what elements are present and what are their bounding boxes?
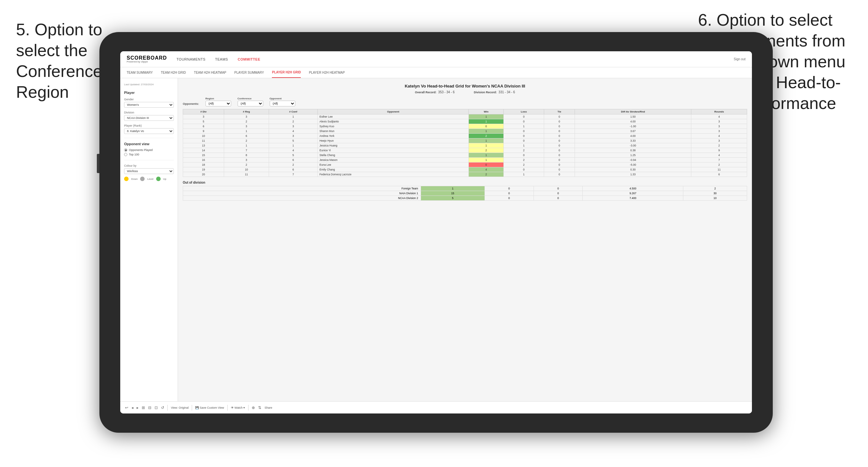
sub-nav-team-h2h-heatmap[interactable]: TEAM H2H HEATMAP (194, 67, 226, 78)
cell-reg: 7 (224, 148, 269, 153)
sidebar: Last Updated: 27/03/2024 Player Gender W… (120, 78, 178, 413)
cell-reg: 3 (224, 158, 269, 162)
colour-up-label: Up (163, 178, 166, 181)
table-row: 10 6 3 Andrea York 2 0 0 4.00 4 (183, 134, 747, 138)
table-row: 18 2 2 Euna Lee 0 2 0 -5.00 2 (183, 162, 747, 167)
table-row: 14 7 4 Eunice Yi 2 2 0 0.38 9 (183, 148, 747, 153)
gender-select[interactable]: Women's (124, 102, 174, 108)
forward-icon[interactable]: ▸ (136, 405, 138, 410)
cell-loss: 0 (504, 167, 544, 172)
grid-title-row: Katelyn Vo Head-to-Head Grid for Women's… (183, 83, 747, 89)
sub-nav-player-h2h-grid[interactable]: PLAYER H2H GRID (272, 67, 301, 78)
cell-tie: 0 (544, 153, 575, 158)
sub-nav-team-summary[interactable]: TEAM SUMMARY (127, 67, 153, 78)
cell-opponent: Sharon Mun (318, 129, 469, 134)
cell-diff: -5.00 (575, 162, 691, 167)
player-rank-select[interactable]: 8. Katelyn Vo (124, 128, 174, 134)
cell-tie: 0 (544, 138, 575, 143)
table-row: 15 8 5 Stella Cheng 1 0 0 1.25 4 (183, 153, 747, 158)
cell-conf: 6 (269, 167, 318, 172)
division-select[interactable]: NCAA Division III (124, 115, 174, 121)
cell-opponent: Sydney Kuo (318, 124, 469, 129)
cell-rounds: 11 (691, 167, 747, 172)
cell-rounds: 2 (691, 162, 747, 167)
table-row: 16 3 6 Jessica Mason 1 2 0 -0.94 7 (183, 158, 747, 162)
out-win: 5 (421, 196, 485, 200)
out-loss: 0 (485, 186, 533, 191)
cell-div: 5 (183, 119, 224, 124)
nav-teams[interactable]: TEAMS (215, 57, 228, 61)
cell-diff: -3.00 (575, 143, 691, 148)
share-btn[interactable]: Share (265, 406, 272, 409)
cell-opponent: Andrea York (318, 134, 469, 138)
region-filter-select[interactable]: (All) (206, 101, 231, 106)
radio-top100[interactable]: Top 100 (124, 153, 174, 156)
save-custom-view-btn[interactable]: 💾 Save Custom View (195, 406, 224, 409)
opponent-view-title: Opponent view (124, 142, 174, 146)
tablet-screen: SCOREBOARD Powered by clippd TOURNAMENTS… (120, 51, 752, 413)
overall-record-value: 353 - 34 - 6 (438, 90, 455, 94)
opponent-filter-select[interactable]: (All) (270, 101, 295, 106)
undo-icon[interactable]: ↩ (125, 405, 128, 410)
cell-tie: 0 (544, 124, 575, 129)
cell-opponent: Stella Cheng (318, 153, 469, 158)
logo-subtext: Powered by clippd (127, 61, 167, 63)
radio-dot-opponents (124, 148, 127, 152)
refresh-icon[interactable]: ↺ (161, 405, 164, 410)
cell-reg: 3 (224, 124, 269, 129)
colour-down-label: Down (131, 178, 137, 181)
header-right: Sign out (734, 57, 745, 61)
cell-opponent: Heejo Hyun (318, 138, 469, 143)
cell-diff: 3.67 (575, 129, 691, 134)
out-win: 1 (421, 186, 485, 191)
cell-diff: -0.94 (575, 158, 691, 162)
cell-diff: 1.25 (575, 153, 691, 158)
nav-committee[interactable]: COMMITTEE (238, 57, 260, 61)
cell-loss: 0 (504, 138, 544, 143)
cell-reg: 8 (224, 153, 269, 158)
add-icon[interactable]: ⊕ (252, 405, 255, 410)
opponent-view-radio-group: Opponents Played Top 100 (124, 148, 174, 156)
table-row: 19 10 6 Emily Chang 4 0 0 0.30 11 (183, 167, 747, 172)
sort-icon[interactable]: ⇅ (258, 405, 261, 410)
bottom-toolbar: ↩ ◂ ▸ ⊞ ⊟ ⊡ ↺ View: Original 💾 Save Cust… (120, 401, 752, 413)
cell-conf: 4 (269, 148, 318, 153)
cell-reg: 2 (224, 138, 269, 143)
cell-diff: 4.00 (575, 119, 691, 124)
cell-div: 19 (183, 167, 224, 172)
view-original-btn[interactable]: View: Original (171, 406, 189, 409)
cell-loss: 0 (504, 129, 544, 134)
sign-out-link[interactable]: Sign out (734, 57, 745, 61)
cell-tie: 0 (544, 172, 575, 177)
tablet-frame: SCOREBOARD Powered by clippd TOURNAMENTS… (99, 32, 773, 433)
out-loss: 0 (485, 196, 533, 200)
zoom-in-icon[interactable]: ⊞ (142, 405, 145, 410)
save-label: 💾 Save Custom View (195, 406, 224, 409)
back-icon[interactable]: ◂ (131, 405, 133, 410)
cell-opponent: Euna Lee (318, 162, 469, 167)
cell-win: 0 (469, 124, 504, 129)
nav-tournaments[interactable]: TOURNAMENTS (177, 57, 206, 61)
out-diff: 9.267 (583, 191, 683, 196)
zoom-out-icon[interactable]: ⊟ (148, 405, 151, 410)
toolbar-sep-1 (167, 405, 168, 411)
cell-rounds: 4 (691, 134, 747, 138)
colour-level-label: Level (147, 178, 153, 181)
conference-filter-select[interactable]: (All) (238, 101, 263, 106)
sub-nav-team-h2h-grid[interactable]: TEAM H2H GRID (161, 67, 186, 78)
sub-nav: TEAM SUMMARY TEAM H2H GRID TEAM H2H HEAT… (120, 67, 752, 78)
sub-nav-player-summary[interactable]: PLAYER SUMMARY (235, 67, 264, 78)
colour-by-select[interactable]: Win/loss (124, 168, 174, 174)
cell-opponent: Eunice Yi (318, 148, 469, 153)
cell-tie: 0 (544, 119, 575, 124)
out-table-row: NCAA Division 2 5 0 0 7.400 10 (183, 196, 747, 200)
cell-loss: 0 (504, 153, 544, 158)
watch-btn[interactable]: 👁 Watch ▾ (231, 406, 245, 409)
sub-nav-player-h2h-heatmap[interactable]: PLAYER H2H HEATMAP (309, 67, 345, 78)
cell-loss: 0 (504, 134, 544, 138)
layout-icon[interactable]: ⊡ (155, 405, 158, 410)
radio-opponents-played[interactable]: Opponents Played (124, 148, 174, 152)
cell-conf: 6 (269, 158, 318, 162)
overall-record: Overall Record: 353 - 34 - 6 (415, 90, 455, 94)
cell-win: 1 (469, 153, 504, 158)
